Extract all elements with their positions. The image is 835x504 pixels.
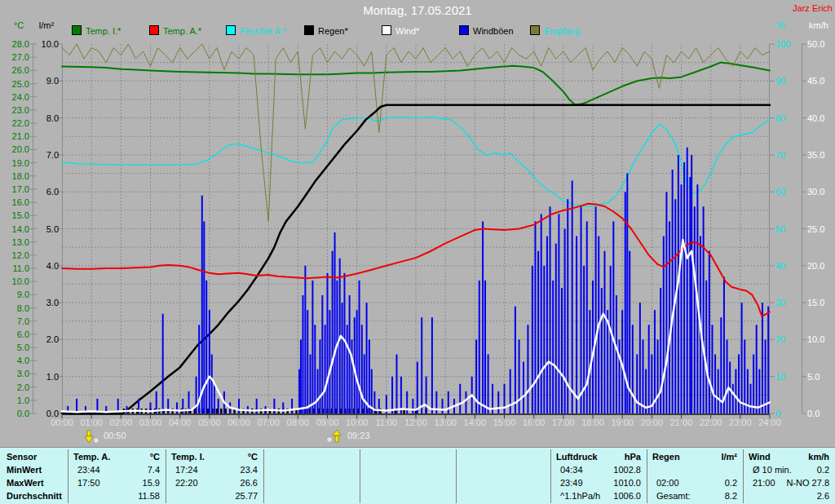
humidity-axis-tick-label: 40 <box>775 261 785 271</box>
rain-axis-tick-label: 6.0 <box>34 187 59 197</box>
summary-table-divider <box>743 449 744 503</box>
temp-axis-tick-label: 0.0 <box>5 409 29 418</box>
weather-chart <box>0 0 835 447</box>
wind-axis-tick-label: 10.0 <box>807 334 824 344</box>
summary-table-cell-value: 1006.0 <box>556 490 641 502</box>
time-axis-tick-label: 06:00 <box>223 418 255 427</box>
wind-axis-tick-label: 5.0 <box>807 372 820 382</box>
temp-axis-tick-label: 20.0 <box>5 144 29 154</box>
summary-table-group-unit: km/h <box>749 451 829 462</box>
humidity-axis-tick-label: 10 <box>775 372 785 382</box>
summary-table-group-unit: °C <box>73 451 160 462</box>
summary-table-cell-value: 11.58 <box>73 490 160 502</box>
summary-table-group-unit: °C <box>171 451 258 462</box>
rain-axis-tick-label: 7.0 <box>34 150 59 160</box>
wind-axis-tick-label: 20.0 <box>807 261 824 271</box>
time-axis-tick-label: 04:00 <box>164 418 197 427</box>
time-axis-tick-label: 01:00 <box>75 418 108 427</box>
summary-table-divider <box>263 449 264 503</box>
summary-table-cell-value: 25.77 <box>171 490 258 502</box>
temp-axis-tick-label: 14.0 <box>5 224 29 234</box>
weather-app-screen: Montag, 17.05.2021 Jarz Erich °C l/m² % … <box>0 0 835 504</box>
temp-axis-tick-label: 6.0 <box>5 329 29 339</box>
temp-axis-tick-label: 25.0 <box>5 79 29 89</box>
temp-axis-tick-label: 1.0 <box>5 396 29 405</box>
temp-axis-tick-label: 5.0 <box>5 343 29 352</box>
temp-axis-tick-label: 16.0 <box>5 197 29 207</box>
temp-axis-tick-label: 15.0 <box>5 210 29 220</box>
summary-table-corner-label: Sensor <box>7 451 64 462</box>
temp-axis-tick-label: 24.0 <box>5 92 29 102</box>
summary-table-row-label: MinWert <box>7 464 65 475</box>
summary-table-row-label: Durchschnitt <box>7 490 65 502</box>
rain-axis-tick-label: 5.0 <box>34 224 59 234</box>
humidity-axis-tick-label: 80 <box>775 113 785 123</box>
rain-axis-tick-label: 1.0 <box>34 372 59 382</box>
marker-arrow-down-icon <box>82 428 103 448</box>
temp-axis-tick-label: 27.0 <box>5 52 29 62</box>
temp-axis-tick-label: 11.0 <box>5 263 29 273</box>
summary-table-cell-value: 1010.0 <box>556 477 641 489</box>
time-axis-tick-label: 12:00 <box>400 418 432 427</box>
wind-axis-tick-label: 25.0 <box>807 224 824 234</box>
summary-table-cell-value: 0.2 <box>652 477 737 489</box>
summary-table-row-label: MaxWert <box>7 477 65 489</box>
rain-axis-tick-label: 4.0 <box>34 261 59 271</box>
summary-table-divider <box>456 449 457 503</box>
time-axis-tick-label: 08:00 <box>281 418 314 427</box>
time-axis-tick-label: 22:00 <box>695 418 727 427</box>
summary-table-cell-value: 26.6 <box>171 477 258 489</box>
time-axis-tick-label: 11:00 <box>370 418 403 427</box>
time-axis-tick-label: 13:00 <box>429 418 462 427</box>
temp-axis-tick-label: 3.0 <box>5 369 29 378</box>
summary-table-divider <box>647 449 647 503</box>
temp-axis-tick-label: 23.0 <box>5 105 29 115</box>
rain-axis-tick-label: 2.0 <box>34 334 59 344</box>
summary-table-divider <box>68 449 68 503</box>
humidity-axis-tick-label: 20 <box>775 334 785 344</box>
temp-axis-tick-label: 22.0 <box>5 118 29 128</box>
temp-axis-tick-label: 17.0 <box>5 184 29 194</box>
marker-arrow-up-icon <box>325 428 347 448</box>
rain-axis-tick-label: 9.0 <box>34 76 59 86</box>
wind-axis-tick-label: 30.0 <box>807 187 824 197</box>
temp-axis-tick-label: 26.0 <box>5 65 29 75</box>
time-axis-tick-label: 15:00 <box>488 418 521 427</box>
time-axis-tick-label: 16:00 <box>518 418 550 427</box>
summary-table-cell-value: 8.2 <box>652 490 737 502</box>
rain-axis-tick-label: 10.0 <box>34 39 59 49</box>
time-axis-tick-label: 24:00 <box>753 418 786 427</box>
temp-axis-tick-label: 19.0 <box>5 158 29 168</box>
time-axis-tick-label: 14:00 <box>458 418 491 427</box>
summary-table-cell-value: 23.4 <box>171 464 258 475</box>
summary-table-cell-value: 0.2 <box>749 464 829 475</box>
temp-axis-tick-label: 12.0 <box>5 250 29 260</box>
time-axis-tick-label: 07:00 <box>252 418 285 427</box>
time-axis-tick-label: 10:00 <box>341 418 373 427</box>
time-axis-tick-label: 17:00 <box>547 418 580 427</box>
temp-axis-tick-label: 7.0 <box>5 316 29 326</box>
summary-table: SensorMinWertMaxWertDurchschnittTemp. A.… <box>0 447 835 504</box>
marker-up-time: 09:23 <box>347 431 370 440</box>
time-axis-tick-label: 20:00 <box>635 418 668 427</box>
summary-table-group-unit: l/m² <box>652 451 737 462</box>
wind-axis-tick-label: 15.0 <box>807 298 824 307</box>
time-axis-tick-label: 05:00 <box>193 418 226 427</box>
wind-axis-tick-label: 45.0 <box>807 76 824 86</box>
summary-table-divider <box>360 449 360 503</box>
temp-axis-tick-label: 28.0 <box>5 39 29 49</box>
time-axis-tick-label: 02:00 <box>104 418 137 427</box>
time-axis-tick-label: 19:00 <box>606 418 638 427</box>
wind-axis-tick-label: 40.0 <box>807 113 824 123</box>
humidity-axis-tick-label: 90 <box>775 76 785 86</box>
summary-table-cell-value: 15.9 <box>73 477 160 489</box>
temp-axis-tick-label: 4.0 <box>5 356 29 365</box>
temp-axis-tick-label: 8.0 <box>5 303 29 313</box>
temp-axis-tick-label: 18.0 <box>5 171 29 181</box>
humidity-axis-tick-label: 70 <box>775 150 785 160</box>
summary-table-divider <box>166 449 166 503</box>
time-axis-tick-label: 18:00 <box>577 418 609 427</box>
temp-axis-tick-label: 2.0 <box>5 382 29 392</box>
humidity-axis-tick-label: 30 <box>775 298 785 307</box>
temp-axis-tick-label: 9.0 <box>5 290 29 299</box>
